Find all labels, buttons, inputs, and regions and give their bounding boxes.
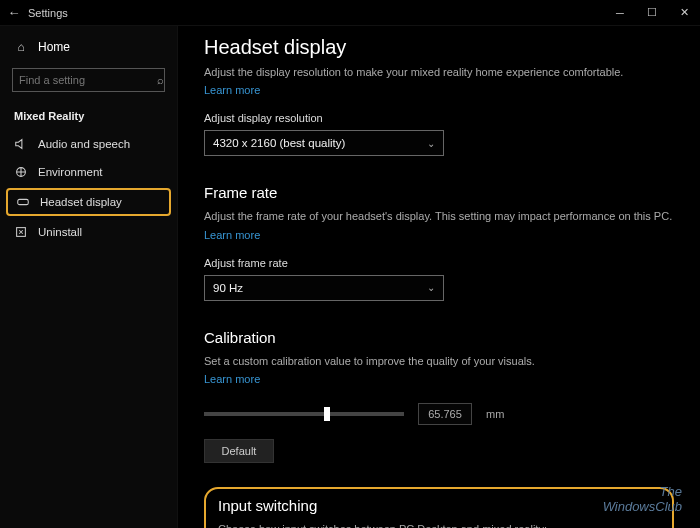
search-box[interactable]: ⌕: [12, 68, 165, 92]
resolution-field-label: Adjust display resolution: [204, 112, 674, 124]
sidebar-item-label: Audio and speech: [38, 138, 130, 150]
headset-icon: [16, 195, 30, 209]
chevron-down-icon: ⌄: [427, 138, 435, 149]
resolution-learn-more-link[interactable]: Learn more: [204, 84, 260, 96]
input-switching-desc: Choose how input switches between PC Des…: [218, 522, 660, 528]
uninstall-icon: [14, 225, 28, 239]
window-title: Settings: [28, 7, 68, 19]
sidebar-item-environment[interactable]: Environment: [0, 158, 177, 186]
svg-rect-1: [18, 199, 29, 204]
calibration-slider[interactable]: [204, 412, 404, 416]
input-switching-title: Input switching: [218, 497, 660, 514]
slider-thumb[interactable]: [324, 407, 330, 421]
frame-rate-title: Frame rate: [204, 184, 674, 201]
speaker-icon: [14, 137, 28, 151]
calibration-value: 65.765: [418, 403, 472, 425]
sidebar-item-audio[interactable]: Audio and speech: [0, 130, 177, 158]
default-button[interactable]: Default: [204, 439, 274, 463]
home-icon: ⌂: [14, 40, 28, 54]
frame-rate-field-label: Adjust frame rate: [204, 257, 674, 269]
resolution-desc: Adjust the display resolution to make yo…: [204, 65, 674, 80]
input-switching-section: Input switching Choose how input switche…: [204, 487, 674, 528]
sidebar-item-label: Environment: [38, 166, 103, 178]
calibration-desc: Set a custom calibration value to improv…: [204, 354, 674, 369]
search-icon: ⌕: [157, 74, 164, 86]
home-nav[interactable]: ⌂ Home: [0, 34, 177, 60]
calibration-unit: mm: [486, 408, 504, 420]
search-input[interactable]: [19, 74, 157, 86]
content-area: Headset display Adjust the display resol…: [178, 26, 700, 528]
resolution-value: 4320 x 2160 (best quality): [213, 137, 345, 149]
resolution-dropdown[interactable]: 4320 x 2160 (best quality) ⌄: [204, 130, 444, 156]
chevron-down-icon: ⌄: [427, 282, 435, 293]
environment-icon: [14, 165, 28, 179]
sidebar-item-label: Uninstall: [38, 226, 82, 238]
sidebar-item-label: Headset display: [40, 196, 122, 208]
calibration-title: Calibration: [204, 329, 674, 346]
home-label: Home: [38, 40, 70, 54]
back-button[interactable]: ←: [0, 5, 28, 20]
frame-rate-learn-more-link[interactable]: Learn more: [204, 229, 260, 241]
minimize-button[interactable]: ─: [604, 7, 636, 19]
sidebar-item-uninstall[interactable]: Uninstall: [0, 218, 177, 246]
frame-rate-dropdown[interactable]: 90 Hz ⌄: [204, 275, 444, 301]
sidebar-item-headset-display[interactable]: Headset display: [6, 188, 171, 216]
category-header: Mixed Reality: [0, 100, 177, 130]
page-title: Headset display: [204, 36, 674, 59]
frame-rate-value: 90 Hz: [213, 282, 243, 294]
sidebar: ⌂ Home ⌕ Mixed Reality Audio and speech …: [0, 26, 178, 528]
titlebar: ← Settings ─ ☐ ✕: [0, 0, 700, 26]
maximize-button[interactable]: ☐: [636, 6, 668, 19]
close-button[interactable]: ✕: [668, 6, 700, 19]
frame-rate-desc: Adjust the frame rate of your headset's …: [204, 209, 674, 224]
calibration-learn-more-link[interactable]: Learn more: [204, 373, 260, 385]
